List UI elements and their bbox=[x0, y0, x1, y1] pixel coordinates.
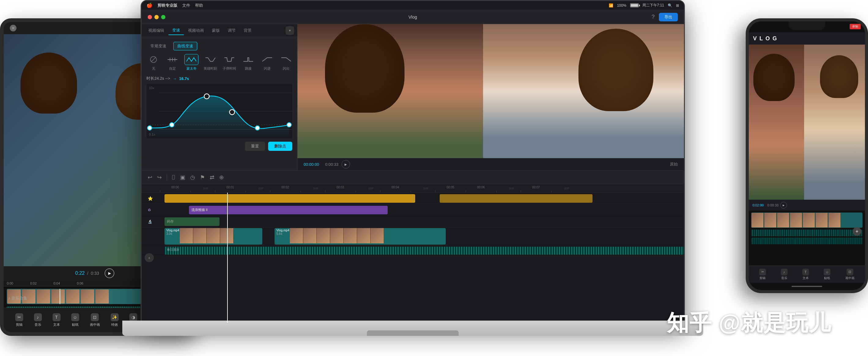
copy-icon[interactable]: ⊕ bbox=[219, 174, 224, 181]
speed-duration-value: 16.7s bbox=[179, 76, 189, 81]
phone-add-clip-button[interactable]: + bbox=[853, 227, 861, 236]
speed-jump-icon bbox=[241, 54, 255, 65]
clip1-dur: 3.0s bbox=[166, 232, 179, 236]
speed-normal-btn[interactable]: 常规变速 bbox=[147, 42, 170, 50]
tablet-playhead bbox=[60, 289, 60, 304]
redo-icon[interactable]: ↪ bbox=[157, 174, 162, 181]
speed-mode-bullet[interactable]: 子弹时间 bbox=[222, 54, 236, 71]
speed-reset-button[interactable]: 重置 bbox=[245, 142, 265, 151]
tablet-play-button[interactable]: ▶ bbox=[104, 269, 114, 278]
phone-app-title: V L O G bbox=[753, 35, 777, 42]
tablet-tool-music[interactable]: ♪ 音乐 bbox=[34, 313, 42, 327]
laptop-base bbox=[122, 321, 703, 336]
lyrics-track-label: ♻ bbox=[148, 208, 164, 212]
phone-tool-music[interactable]: ♪ 音乐 bbox=[781, 269, 787, 280]
tab-mask[interactable]: 蒙版 bbox=[208, 26, 223, 35]
speed-mode-flash-in[interactable]: 闪进 bbox=[260, 54, 274, 71]
speed-delete-point-button[interactable]: 删除点 bbox=[268, 142, 292, 151]
audio-track-label: 春日漫游 bbox=[167, 248, 179, 252]
phone-tool-pip[interactable]: ⊡ 画中画 bbox=[845, 269, 855, 280]
export-button[interactable]: 导出 bbox=[659, 13, 678, 22]
phone-play-button[interactable]: ▶ bbox=[780, 202, 787, 209]
laptop-device: 🍎 剪映专业版 文件 帮助 📶 100% 周二下午7:11 🔍 ⊞ bbox=[122, 0, 703, 336]
lyrics-clip-name: 流浪熊猫 II bbox=[191, 208, 208, 212]
file-menu-item[interactable]: 文件 bbox=[182, 3, 190, 8]
phone-record-badge[interactable]: 录制 bbox=[850, 24, 861, 29]
wifi-icon: 📶 bbox=[609, 3, 613, 8]
flag-icon[interactable]: ⚑ bbox=[200, 174, 205, 181]
video-track-main-row: Vlog.mp4 3.0s bbox=[142, 227, 684, 245]
maximize-button[interactable] bbox=[161, 15, 165, 19]
phone-home-bar bbox=[749, 283, 865, 290]
clip2-dur: 5.6s bbox=[276, 232, 289, 236]
preview-time-current: 00:00:00 bbox=[304, 162, 319, 167]
phone-tool-text[interactable]: T 文本 bbox=[802, 269, 809, 280]
video-track-main-content[interactable]: Vlog.mp4 3.0s bbox=[164, 228, 684, 245]
tab-speed[interactable]: 变速 bbox=[168, 26, 184, 35]
sfx-track-label: 🔬 bbox=[148, 219, 164, 224]
tablet-close-button[interactable]: ✕ bbox=[10, 25, 17, 31]
speed-mode-custom[interactable]: 自定 bbox=[165, 54, 180, 71]
tablet-music-label: ♪ 音乐合集 bbox=[8, 295, 27, 301]
transform-icon[interactable]: ⇄ bbox=[210, 174, 214, 181]
tab-video-anim[interactable]: 视频动画 bbox=[184, 26, 208, 35]
tabs-dropdown-button[interactable]: ▾ bbox=[285, 26, 294, 35]
clip2-name: Vlog.mp4 bbox=[276, 229, 289, 232]
sfx-icon: 🔬 bbox=[148, 219, 152, 224]
speed-curve-btn[interactable]: 曲线变速 bbox=[173, 42, 197, 50]
sfx-track-content[interactable]: 药存 bbox=[164, 216, 684, 227]
tab-adjust[interactable]: 调节 bbox=[224, 26, 239, 35]
inspector-tabs: 视频编辑 变速 视频动画 蒙版 调节 背景 ▾ bbox=[142, 24, 297, 37]
speed-mode-jump[interactable]: 跳接 bbox=[241, 54, 255, 71]
phone-clip-row[interactable] bbox=[751, 213, 863, 228]
speed-type-row: 常规变速 曲线变速 bbox=[147, 42, 292, 50]
phone-cut-icon: ✂ bbox=[759, 269, 766, 275]
cut-icon[interactable]: ⌷ bbox=[172, 174, 175, 180]
video-clip-1[interactable]: Vlog.mp4 3.0s bbox=[164, 228, 262, 245]
inspector-panel: 视频编辑 变速 视频动画 蒙版 调节 背景 ▾ 常规变速 bbox=[142, 24, 298, 170]
phone-tool-cut[interactable]: ✂ 剪辑 bbox=[759, 269, 766, 280]
tablet-tool-cut[interactable]: ✂ 剪辑 bbox=[15, 313, 23, 327]
minimize-button[interactable] bbox=[154, 15, 159, 19]
speed-mode-none[interactable]: 无 bbox=[147, 54, 160, 71]
crop-icon[interactable]: ▣ bbox=[180, 174, 185, 181]
speed-hero-icon bbox=[203, 54, 217, 65]
preview-play-button[interactable]: ▶ bbox=[342, 160, 350, 169]
sfx-clip[interactable]: 药存 bbox=[164, 217, 219, 226]
music-track-label: ⭐ bbox=[148, 196, 164, 201]
help-menu-item[interactable]: 帮助 bbox=[195, 3, 203, 8]
timeline-scroll-back-button[interactable]: ‹ bbox=[145, 253, 154, 262]
speed-curve-graph[interactable]: 10x 0.1x bbox=[147, 84, 292, 139]
tab-video-edit[interactable]: 视频编辑 bbox=[145, 26, 168, 35]
music-track-content[interactable] bbox=[164, 193, 684, 204]
speed-mode-hero[interactable]: 英雄时刻 bbox=[203, 54, 217, 71]
effects-icon: ✨ bbox=[111, 313, 119, 321]
lyrics-clip[interactable]: 流浪熊猫 II bbox=[189, 206, 388, 214]
gold-clip-right[interactable] bbox=[440, 194, 592, 203]
phone-pip-icon: ⊡ bbox=[846, 269, 853, 275]
sfx-clip-name: 药存 bbox=[167, 219, 174, 224]
speed-mode-montage[interactable]: 蒙太奇 bbox=[184, 54, 198, 71]
app-menu-item[interactable]: 剪映专业版 bbox=[157, 3, 177, 8]
scissors-icon: ✂ bbox=[15, 313, 23, 321]
audio-track-row: 春日漫游 bbox=[142, 245, 684, 256]
question-icon[interactable]: ? bbox=[652, 14, 655, 20]
timer-icon[interactable]: ◷ bbox=[190, 174, 195, 181]
tablet-tool-text[interactable]: T 文本 bbox=[53, 313, 61, 327]
timeline-section: ↩ ↪ ⌷ ▣ ◷ ⚑ ⇄ ⊕ 00:00 |15f bbox=[142, 171, 684, 323]
tablet-tool-pip[interactable]: ⊡ 画中画 bbox=[90, 313, 100, 327]
speed-mode-flash-out[interactable]: 闪出 bbox=[279, 54, 293, 71]
speed-bullet-icon bbox=[222, 54, 236, 65]
tablet-tool-sticker[interactable]: ☺ 贴纸 bbox=[71, 313, 79, 327]
undo-icon[interactable]: ↩ bbox=[148, 174, 152, 181]
lyrics-track-row: ♻ 流浪熊猫 II bbox=[142, 204, 684, 216]
tablet-tool-fx[interactable]: ✨ 特效 bbox=[111, 313, 119, 327]
svg-point-12 bbox=[287, 123, 291, 127]
close-button[interactable] bbox=[148, 15, 152, 19]
lyrics-track-content[interactable]: 流浪熊猫 II bbox=[164, 205, 684, 215]
gold-clip-left[interactable] bbox=[164, 194, 415, 203]
search-icon: 🔍 bbox=[668, 3, 672, 8]
phone-tool-sticker[interactable]: ☺ 贴纸 bbox=[824, 269, 830, 280]
video-clip-2[interactable]: Vlog.mp4 5.6s bbox=[275, 228, 446, 245]
tab-background[interactable]: 背景 bbox=[240, 26, 255, 35]
